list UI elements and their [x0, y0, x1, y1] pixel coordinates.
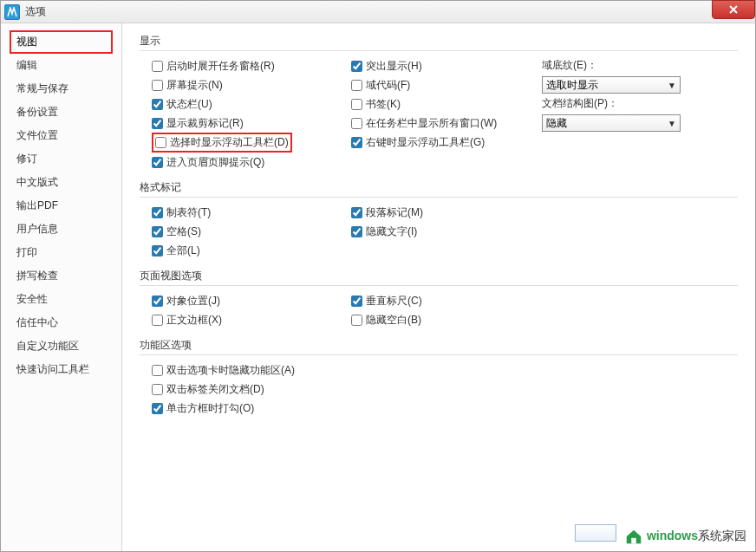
- options-window: 选项 视图 编辑 常规与保存 备份设置 文件位置 修订 中文版式 输出PDF 用…: [0, 0, 756, 552]
- chk-fieldcode[interactable]: 域代码(F): [351, 78, 542, 93]
- chevron-down-icon: ▼: [668, 119, 676, 128]
- chk-all[interactable]: 全部(L): [152, 244, 351, 258]
- svg-rect-0: [631, 538, 636, 543]
- app-icon: [4, 4, 20, 20]
- chk-startup-taskpane[interactable]: 启动时展开任务窗格(R): [152, 59, 351, 74]
- combo-field-shading[interactable]: 选取时显示▼: [542, 76, 681, 94]
- sidebar-item-edit[interactable]: 编辑: [1, 54, 121, 77]
- chk-taskbar-windows[interactable]: 在任务栏中显示所有窗口(W): [351, 116, 542, 131]
- chk-headerfooter-tip[interactable]: 进入页眉页脚提示(Q): [152, 155, 351, 170]
- sidebar-item-backup[interactable]: 备份设置: [1, 101, 121, 124]
- chk-float-toolbar-select[interactable]: 选择时显示浮动工具栏(D): [155, 135, 289, 150]
- window-title: 选项: [25, 4, 46, 19]
- group-format-marks: 格式标记 制表符(T) 段落标记(M) 空格(S) 隐藏文字(I) 全部(L): [140, 180, 738, 260]
- content-panel: 显示 启动时展开任务窗格(R) 突出显示(H) 域底纹(E)： 屏幕提示(N) …: [122, 23, 755, 551]
- close-button[interactable]: [712, 0, 755, 19]
- chk-float-toolbar-rclick[interactable]: 右键时显示浮动工具栏(G): [351, 135, 542, 150]
- sidebar-item-filelocation[interactable]: 文件位置: [1, 124, 121, 147]
- label-docmap: 文档结构图(P)：: [542, 96, 738, 111]
- chk-dblclick-hideribbon[interactable]: 双击选项卡时隐藏功能区(A): [152, 363, 295, 378]
- group-title-pageview: 页面视图选项: [140, 269, 738, 286]
- group-pageview: 页面视图选项 对象位置(J) 垂直标尺(C) 正文边框(X) 隐藏空白(B): [140, 269, 738, 329]
- chk-tab[interactable]: 制表符(T): [152, 205, 351, 220]
- chk-textbound[interactable]: 正文边框(X): [152, 313, 351, 328]
- group-title-display: 显示: [140, 34, 738, 51]
- house-icon: [624, 527, 643, 546]
- chevron-down-icon: ▼: [668, 81, 676, 90]
- chk-hideblank[interactable]: 隐藏空白(B): [351, 313, 542, 328]
- label-field-shading: 域底纹(E)：: [542, 58, 738, 73]
- chk-highlight[interactable]: 突出显示(H): [351, 59, 542, 74]
- group-display: 显示 启动时展开任务窗格(R) 突出显示(H) 域底纹(E)： 屏幕提示(N) …: [140, 34, 738, 172]
- sidebar-item-qat[interactable]: 快速访问工具栏: [1, 358, 121, 381]
- chk-cropmark[interactable]: 显示裁剪标记(R): [152, 116, 351, 131]
- chk-vruler[interactable]: 垂直标尺(C): [351, 294, 542, 308]
- sidebar-item-customribbon[interactable]: 自定义功能区: [1, 334, 121, 358]
- chk-screentip[interactable]: 屏幕提示(N): [152, 78, 351, 93]
- sidebar-item-userinfo[interactable]: 用户信息: [1, 218, 121, 241]
- sidebar: 视图 编辑 常规与保存 备份设置 文件位置 修订 中文版式 输出PDF 用户信息…: [1, 23, 122, 551]
- sidebar-item-pdf[interactable]: 输出PDF: [1, 194, 121, 218]
- group-title-format: 格式标记: [140, 180, 738, 198]
- chk-hiddentext[interactable]: 隐藏文字(I): [351, 224, 542, 239]
- sidebar-item-view[interactable]: 视图: [10, 30, 113, 54]
- sidebar-item-spellcheck[interactable]: 拼写检查: [1, 264, 121, 288]
- chk-objpos[interactable]: 对象位置(J): [152, 294, 351, 308]
- sidebar-item-trustcenter[interactable]: 信任中心: [1, 311, 121, 334]
- ok-button[interactable]: [575, 524, 616, 542]
- chk-dblclick-closetab[interactable]: 双击标签关闭文档(D): [152, 382, 264, 397]
- chk-space[interactable]: 空格(S): [152, 224, 351, 239]
- chk-paragraph[interactable]: 段落标记(M): [351, 205, 542, 220]
- watermark: windows系统家园: [624, 527, 746, 546]
- chk-bookmark[interactable]: 书签(K): [351, 97, 542, 112]
- group-ribbon: 功能区选项 双击选项卡时隐藏功能区(A) 双击标签关闭文档(D) 单击方框时打勾…: [140, 338, 738, 418]
- dialog-buttons: [575, 524, 616, 544]
- sidebar-item-general[interactable]: 常规与保存: [1, 77, 121, 101]
- chk-statusbar[interactable]: 状态栏(U): [152, 97, 351, 112]
- sidebar-item-chinese[interactable]: 中文版式: [1, 171, 121, 194]
- group-title-ribbon: 功能区选项: [140, 338, 738, 355]
- sidebar-item-revision[interactable]: 修订: [1, 147, 121, 171]
- sidebar-item-security[interactable]: 安全性: [1, 288, 121, 311]
- chk-click-checkbox[interactable]: 单击方框时打勾(O): [152, 401, 254, 416]
- titlebar: 选项: [1, 1, 755, 23]
- combo-docmap[interactable]: 隐藏▼: [542, 114, 681, 132]
- sidebar-item-print[interactable]: 打印: [1, 241, 121, 264]
